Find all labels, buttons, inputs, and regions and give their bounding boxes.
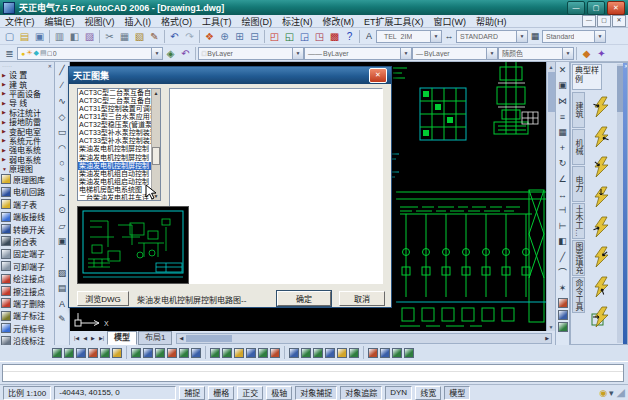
- help-icon[interactable]: ?: [342, 29, 357, 43]
- tab-model[interactable]: 模型: [107, 331, 137, 345]
- layer-thaw-sun-icon[interactable]: ☀: [26, 49, 32, 57]
- insert-block-icon[interactable]: ▱: [55, 218, 69, 234]
- toolbar-lock-icon[interactable]: ◉: [599, 388, 607, 398]
- tz-tool-icon[interactable]: [246, 348, 256, 358]
- command-input[interactable]: [2, 364, 624, 382]
- tz-tool-icon[interactable]: [112, 348, 122, 358]
- make-object-layer-icon[interactable]: ◈: [163, 46, 178, 60]
- tab-layout1[interactable]: 布局1: [138, 331, 172, 345]
- ok-button[interactable]: 确定: [277, 291, 331, 306]
- tz-tool-icon[interactable]: [289, 348, 299, 358]
- tz-tool-icon[interactable]: [64, 348, 74, 358]
- screen-menu-command[interactable]: 端板接线: [0, 210, 54, 222]
- dim-style-combo[interactable]: STANDARD ▼: [456, 30, 528, 43]
- menu-item[interactable]: 窗口(W): [429, 15, 472, 28]
- palette-tab[interactable]: 图案填充: [572, 240, 585, 276]
- screen-menu-command[interactable]: 可卸端子: [0, 260, 54, 272]
- tz-layer-tool-icon[interactable]: ◆: [579, 46, 594, 60]
- line-icon[interactable]: ╱: [55, 62, 69, 78]
- hatch-icon[interactable]: ▨: [55, 265, 69, 281]
- lineweight-combo[interactable]: — ByLayer ▼: [412, 47, 498, 60]
- tz-tool-icon[interactable]: [210, 348, 220, 358]
- close-icon[interactable]: ✕: [48, 63, 52, 69]
- atlas-list-item[interactable]: 柴油发电机组自动控制: [78, 170, 151, 178]
- palette-tab[interactable]: 机械: [572, 129, 585, 165]
- chevron-down-icon[interactable]: ▼: [562, 48, 573, 59]
- scroll-right-icon[interactable]: ▶: [543, 335, 551, 341]
- tz-tool-icon[interactable]: [270, 348, 280, 358]
- revision-cloud-icon[interactable]: ≈: [55, 171, 69, 187]
- scrollbar-thumb[interactable]: [186, 335, 232, 342]
- close-button-icon[interactable]: ✕: [607, 1, 625, 15]
- menu-item[interactable]: ET扩展工具(X): [359, 15, 429, 28]
- screen-menu-command[interactable]: 元件标号: [0, 322, 54, 334]
- break-icon[interactable]: ◧: [556, 234, 569, 250]
- maximize-button-icon[interactable]: ▢: [587, 1, 605, 15]
- tz-tool-icon[interactable]: [191, 348, 201, 358]
- close-icon[interactable]: ✕: [624, 63, 628, 69]
- layer-lock-icon[interactable]: ◆: [34, 49, 39, 57]
- plot-preview-icon[interactable]: ◧: [67, 29, 82, 43]
- pan-icon[interactable]: ❖: [202, 29, 217, 43]
- command-prompt-line[interactable]: [3, 371, 623, 381]
- new-file-icon[interactable]: ▢: [2, 29, 17, 43]
- layer-bulb-on-icon[interactable]: ●: [21, 50, 25, 57]
- atlas-list-item[interactable]: ACT3C型二台泵互备自投: [78, 89, 151, 97]
- coordinates-display[interactable]: -40443, 40155, 0: [54, 386, 176, 400]
- mdi-minimize-icon[interactable]: —: [582, 15, 596, 27]
- lightning-bolt-tool[interactable]: [586, 182, 616, 212]
- chevron-down-icon[interactable]: ▼: [400, 48, 411, 59]
- status-toggle-osnap[interactable]: 对象捕捉: [295, 386, 337, 400]
- calculator-icon[interactable]: ▩: [327, 29, 342, 43]
- rectangle-icon[interactable]: ▭: [55, 124, 69, 140]
- drag-handle-icon[interactable]: ·····: [2, 63, 12, 69]
- tz-tool-icon[interactable]: [337, 348, 347, 358]
- menu-item[interactable]: 视图(V): [80, 15, 120, 28]
- prev-tab-icon[interactable]: ◀: [81, 335, 89, 341]
- layer-combo[interactable]: ●☀◆▤□ 0 ▼: [17, 47, 163, 60]
- offset-icon[interactable]: ≡: [556, 109, 569, 125]
- screen-menu-command[interactable]: 端子删除: [0, 297, 54, 309]
- lightning-bolt-tool[interactable]: [586, 242, 616, 272]
- status-toggle-polar[interactable]: 极轴: [266, 386, 292, 400]
- atlas-list-item[interactable]: ACT31型控制装置可调柜: [78, 105, 151, 113]
- cut-icon[interactable]: ✂: [102, 29, 117, 43]
- tz-tool-icon[interactable]: [131, 348, 141, 358]
- array-icon[interactable]: ▦: [556, 124, 569, 140]
- lightning-bolt-tool[interactable]: [586, 92, 616, 122]
- fillet-icon[interactable]: ⌒: [556, 265, 569, 281]
- explode-icon[interactable]: ✶: [556, 280, 569, 296]
- undo-icon[interactable]: ↶: [167, 29, 182, 43]
- atlas-preview-thumbnail[interactable]: [77, 206, 189, 284]
- lightning-bolt-tool[interactable]: [586, 302, 616, 332]
- tz-tool-icon[interactable]: [76, 348, 86, 358]
- table-style-icon[interactable]: ▦: [528, 30, 542, 43]
- first-tab-icon[interactable]: |◀: [72, 335, 81, 341]
- tz-tool-icon[interactable]: [380, 348, 390, 358]
- tz-wire-tool-icon[interactable]: ✦: [594, 46, 609, 60]
- tz-markup-icon[interactable]: ◳: [312, 29, 327, 43]
- scroll-up-icon[interactable]: ▲: [547, 62, 555, 71]
- screen-menu-command[interactable]: 擦注接点: [0, 285, 54, 297]
- polygon-icon[interactable]: ◇: [55, 109, 69, 125]
- mdi-restore-icon[interactable]: ▢: [597, 15, 611, 27]
- tz-tool-icon[interactable]: [368, 348, 378, 358]
- mdi-close-icon[interactable]: ✕: [612, 15, 626, 27]
- scale-icon[interactable]: ∠: [556, 171, 569, 187]
- status-toggle-lwt[interactable]: 线宽: [415, 386, 441, 400]
- tz-tool-icon[interactable]: [179, 348, 189, 358]
- menu-item[interactable]: 工具(T): [197, 15, 237, 28]
- palette-title-bar[interactable]: ✕: [623, 63, 628, 345]
- tz-tool-icon[interactable]: [392, 348, 402, 358]
- atlas-list-item[interactable]: 柴油发电机控制屏控制: [78, 154, 151, 162]
- tz-block-edit-icon[interactable]: [558, 298, 568, 308]
- text-edit-icon[interactable]: ✎: [55, 312, 69, 328]
- atlas-list-item[interactable]: 柴油发电机控制屏控制: [78, 162, 151, 170]
- status-toggle-model[interactable]: 模型: [444, 386, 470, 400]
- menu-item[interactable]: 插入(I): [120, 15, 157, 28]
- screen-menu-command[interactable]: 绘注接点: [0, 272, 54, 284]
- palette-tab[interactable]: 建筑: [572, 92, 585, 128]
- atlas-list-item[interactable]: ACT33型补水泵控制装置: [78, 137, 151, 145]
- ellipse-icon[interactable]: ⊙: [55, 202, 69, 218]
- status-toggle-snap[interactable]: 捕捉: [179, 386, 205, 400]
